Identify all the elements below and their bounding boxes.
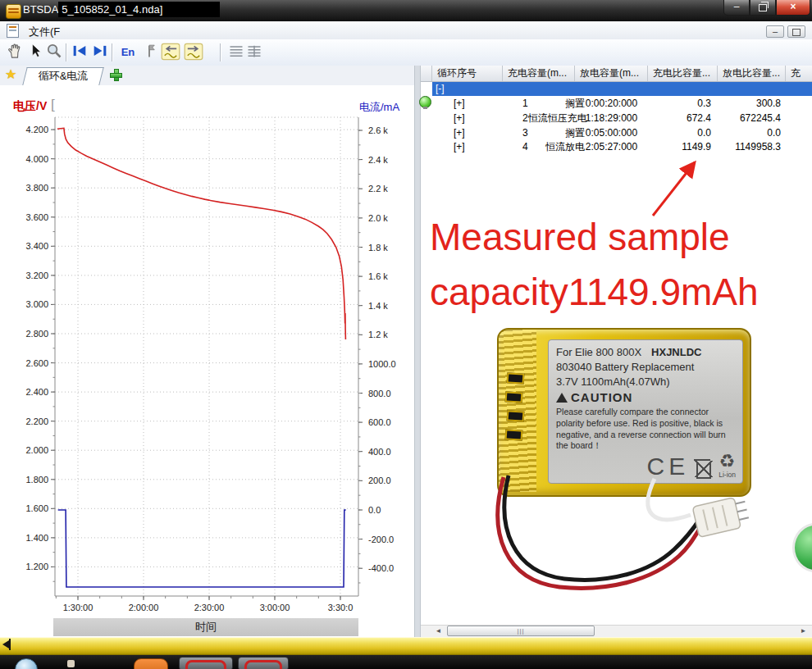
series-voltage	[57, 128, 346, 339]
svg-text:600.0: 600.0	[368, 417, 391, 427]
application-window: BTSDA5_105852_01_4.nda] – × 文件(F – En	[0, 0, 812, 669]
pin-icon	[141, 43, 157, 59]
table-row[interactable]: [+] 3搁置 0:05:00:000 0.0 0.0	[432, 126, 786, 140]
start-orb-icon[interactable]	[15, 658, 38, 669]
header-discharge-specific[interactable]: 放电比容量...	[718, 66, 786, 81]
yellow-strip	[0, 637, 812, 655]
prev-button[interactable]	[70, 43, 89, 62]
header-gutter	[421, 66, 432, 81]
magnifier-icon	[46, 43, 62, 59]
table-row[interactable]: [+] 1搁置 0:00:20:000 0.3 300.8	[432, 97, 786, 111]
close-button[interactable]: ×	[776, 0, 810, 16]
expand-toggle[interactable]: [+]	[432, 112, 503, 125]
toolbar-separator	[112, 43, 112, 61]
svg-text:2.200: 2.200	[25, 416, 48, 426]
mdi-restore-button[interactable]	[787, 25, 805, 38]
tab-cycle-current[interactable]: 循环&电流	[22, 67, 103, 85]
step-time: 2:05:27:000	[575, 140, 648, 154]
header-charge-specific[interactable]: 充电比容量...	[648, 66, 718, 81]
specific-capacity-value: 300.8	[718, 97, 786, 111]
specific-capacity-value: 1149958.3	[718, 140, 786, 154]
restore-button[interactable]	[750, 0, 776, 16]
add-tab-icon[interactable]	[110, 69, 122, 81]
step-no: 1	[522, 97, 528, 111]
header-charge-capacity[interactable]: 充电容量(m...	[503, 66, 575, 81]
zoom-button[interactable]	[44, 43, 64, 62]
step-no: 2	[522, 112, 528, 125]
step-time: 1:18:29:000	[575, 112, 648, 125]
specific-capacity-value: 0.0	[718, 126, 786, 140]
detail-view-button[interactable]	[244, 43, 264, 62]
cursor-bar-icon	[9, 639, 11, 650]
taskbar-button[interactable]	[238, 657, 289, 669]
minimize-button[interactable]: –	[723, 0, 750, 16]
taskbar-button[interactable]	[179, 657, 233, 669]
table-row[interactable]: [+] 4恒流放电 2:05:27:000 1149.9 1149958.3	[432, 140, 786, 154]
expand-toggle[interactable]: [+]	[432, 97, 503, 111]
arrow-right-icon	[91, 43, 109, 59]
chart-tick-labels: 4.2004.0003.8003.6003.4003.2003.0002.800…	[25, 125, 395, 612]
prev-curve-button[interactable]	[161, 43, 180, 62]
x-axis-title-bar[interactable]: 时间	[53, 618, 358, 636]
step-no: 3	[522, 126, 528, 140]
red-outline-icon	[244, 660, 282, 669]
list-view-button[interactable]	[226, 43, 246, 62]
warning-triangle-icon	[556, 393, 568, 403]
svg-text:电流/mA: 电流/mA	[359, 101, 399, 113]
expand-toggle[interactable]: [+]	[432, 126, 503, 140]
language-toggle-button[interactable]: En	[116, 43, 139, 62]
caution-label: CAUTION	[571, 390, 632, 404]
header-partial[interactable]: 充	[786, 66, 812, 81]
next-button[interactable]	[90, 43, 110, 62]
svg-text:4.200: 4.200	[25, 125, 48, 134]
taskbar-icon-orange[interactable]	[134, 658, 168, 669]
scrollbar-thumb[interactable]: |||	[447, 626, 595, 636]
table-row[interactable]: [+] 2恒流恒压充电 1:18:29:000 672.4 672245.4	[432, 112, 786, 125]
pin-button[interactable]	[139, 43, 159, 62]
scroll-left-button[interactable]: ◄	[432, 626, 445, 636]
taskbar	[0, 655, 812, 669]
next-curve-button[interactable]	[184, 43, 203, 62]
svg-text:-200.0: -200.0	[368, 535, 394, 544]
svg-text:1.8 k: 1.8 k	[368, 243, 388, 253]
svg-text:3.600: 3.600	[25, 212, 48, 222]
svg-text:2.400: 2.400	[25, 387, 48, 397]
battery-fold-tab	[505, 430, 522, 440]
svg-text:0.0: 0.0	[368, 505, 381, 515]
favorite-star-icon[interactable]: ★	[5, 67, 16, 82]
mdi-minimize-button[interactable]: –	[766, 25, 784, 38]
chart-axis-titles: 电压/V[电流/mA	[13, 97, 399, 113]
app-icon	[6, 4, 21, 19]
restore-icon	[759, 4, 767, 11]
svg-text:[: [	[51, 97, 55, 112]
capacity-value: 1149.9	[648, 140, 718, 154]
select-cursor-button[interactable]	[26, 43, 46, 62]
cursor-arrow-icon	[2, 640, 9, 649]
title-highlight: 5_105852_01_4.nda]	[58, 2, 220, 17]
window-title: BTSDA5_105852_01_4.nda]	[23, 3, 220, 16]
taskbar-icon[interactable]	[67, 660, 75, 667]
header-discharge-capacity[interactable]: 放电容量(m...	[575, 66, 648, 81]
svg-text:2.4 k: 2.4 k	[368, 155, 388, 165]
selected-row[interactable]: [-]	[432, 82, 812, 96]
pane-splitter[interactable]	[414, 66, 421, 637]
specific-capacity-value: 672245.4	[718, 112, 786, 125]
expand-toggle[interactable]: [+]	[432, 140, 503, 154]
svg-text:2.2 k: 2.2 k	[368, 184, 388, 193]
svg-text:1:30:00: 1:30:00	[63, 603, 94, 612]
svg-text:4.000: 4.000	[25, 154, 48, 164]
menu-file[interactable]: 文件(F	[25, 24, 64, 40]
svg-text:1.600: 1.600	[25, 503, 48, 513]
svg-text:2.6 k: 2.6 k	[368, 125, 388, 135]
title-bar: BTSDA5_105852_01_4.nda] – ×	[0, 0, 812, 21]
scroll-right-button[interactable]: ►	[797, 626, 810, 636]
hand-icon	[7, 43, 23, 59]
curve-next-icon	[184, 43, 203, 61]
svg-text:1.800: 1.800	[25, 475, 48, 485]
svg-text:3.000: 3.000	[25, 299, 48, 309]
svg-text:2.800: 2.800	[25, 329, 48, 339]
pan-hand-button[interactable]	[5, 43, 25, 62]
chart-pane: 4.2004.0003.8003.6003.4003.2003.0002.800…	[0, 85, 414, 637]
table-header: 循环序号 充电容量(m... 放电容量(m... 充电比容量... 放电比容量.…	[421, 66, 812, 82]
header-cycle-no[interactable]: 循环序号	[432, 66, 503, 81]
